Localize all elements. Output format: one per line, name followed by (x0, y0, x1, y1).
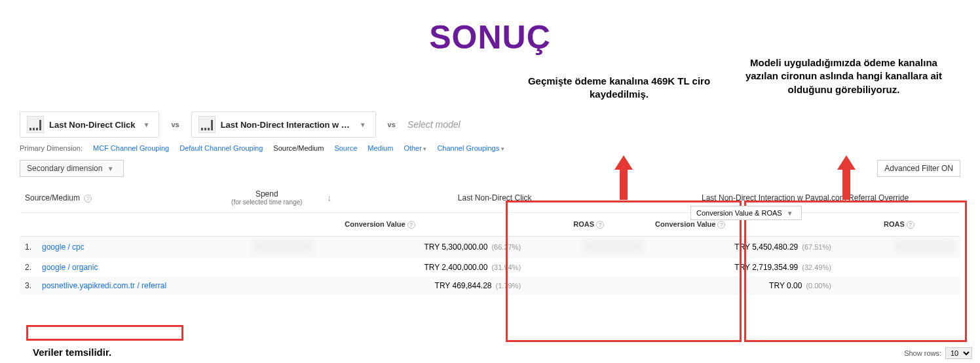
dim-source-medium[interactable]: Source/Medium (273, 144, 324, 152)
dim-default[interactable]: Default Channel Grouping (179, 144, 263, 152)
arrow-up-icon (614, 155, 633, 170)
vs-label: vs (168, 121, 181, 128)
arrow-up-icon (837, 155, 856, 170)
conversion-value-label: Conversion Value & ROAS (696, 209, 782, 217)
pct-2: (32.49%) (802, 263, 831, 271)
col-roas-1: ROAS (573, 220, 594, 228)
table-row: 3. posnetlive.yapikredi.com.tr / referra… (20, 277, 960, 295)
cv-2: TRY 2,719,354.99 (734, 263, 798, 272)
help-icon[interactable]: ? (907, 221, 914, 229)
dim-mcf[interactable]: MCF Channel Grouping (93, 144, 169, 152)
redacted-cell (584, 240, 643, 252)
cv-1: TRY 2,400,000.00 (424, 263, 487, 272)
show-rows-label: Show rows: (904, 349, 941, 357)
help-icon[interactable]: ? (84, 195, 92, 202)
row-index: 2. (20, 258, 37, 277)
col-cv-2: Conversion Value (655, 220, 715, 228)
col-group-2: Last Non-Direct Interaction w Paypal.com… (702, 193, 909, 202)
model-selector-row: Last Non-Direct Click ▼ vs Last Non-Dire… (0, 111, 980, 138)
help-icon[interactable]: ? (717, 221, 725, 229)
model-1-label: Last Non-Direct Click (49, 120, 135, 130)
pct-2: (67.51%) (802, 243, 831, 251)
dim-source[interactable]: Source (334, 144, 357, 152)
row-index: 3. (20, 277, 37, 295)
model-2-label: Last Non-Direct Interaction w P... (221, 120, 352, 130)
dim-other[interactable]: Other (404, 144, 426, 152)
help-icon[interactable]: ? (596, 221, 604, 229)
col-spend: Spend (255, 189, 278, 199)
pct-1: (31.94%) (491, 263, 521, 271)
source-link[interactable]: posnetlive.yapikredi.com.tr / referral (42, 281, 166, 290)
source-link[interactable]: google / cpc (42, 242, 85, 252)
cv-2: TRY 5,450,480.29 (734, 242, 798, 252)
col-roas-2: ROAS (884, 220, 905, 228)
dim-channel-groupings[interactable]: Channel Groupings (437, 144, 504, 152)
show-rows-control: Show rows: 10 (904, 347, 972, 359)
chevron-down-icon: ▼ (140, 121, 152, 128)
annotation-1: Geçmişte ödeme kanalına 469K TL ciro kay… (518, 75, 721, 102)
annotation-layer: Geçmişte ödeme kanalına 469K TL ciro kay… (0, 56, 980, 115)
col-spend-sub: (for selected time range) (219, 199, 314, 206)
bar-chart-icon (27, 116, 44, 133)
secondary-dimension-label: Secondary dimension (27, 164, 102, 173)
table-row: 2. google / organic TRY 2,400,000.00(31.… (20, 258, 960, 277)
annotation-2: Modeli uyguladığımızda ödeme kanalına ya… (739, 56, 949, 96)
row-index: 1. (20, 236, 37, 258)
secondary-dimension-button[interactable]: Secondary dimension ▼ (20, 160, 124, 177)
page-title: SONUÇ (0, 0, 980, 56)
chevron-down-icon: ▼ (105, 165, 117, 172)
redacted-cell (254, 240, 312, 252)
cv-2: TRY 0.00 (769, 281, 802, 290)
cv-1: TRY 469,844.28 (435, 281, 492, 290)
sort-arrow-icon[interactable]: ↓ (324, 193, 334, 203)
pct-2: (0.00%) (806, 282, 831, 290)
cv-1: TRY 5,300,000.00 (424, 242, 487, 252)
table-row: 1. google / cpc TRY 5,300,000.00(66.27%)… (20, 236, 960, 258)
primary-dimension-label: Primary Dimension: (20, 144, 83, 152)
pct-1: (1.79%) (496, 282, 521, 290)
bar-chart-icon (198, 116, 216, 133)
dim-medium[interactable]: Medium (368, 144, 393, 152)
model-3-selector[interactable]: Select model (407, 119, 461, 130)
conversion-value-dropdown[interactable]: Conversion Value & ROAS ▼ (690, 206, 802, 220)
model-2-selector[interactable]: Last Non-Direct Interaction w P... ▼ (191, 111, 376, 138)
col-group-1: Last Non-Direct Click (458, 193, 532, 202)
redacted-cell (895, 240, 954, 252)
help-icon[interactable]: ? (407, 221, 415, 229)
advanced-filter-button[interactable]: Advanced Filter ON (877, 160, 960, 177)
footer-note: Veriler temsilidir. (33, 347, 111, 358)
chevron-down-icon: ▼ (784, 210, 796, 217)
highlight-box (26, 325, 183, 341)
pct-1: (66.27%) (491, 243, 521, 251)
vs-label: vs (385, 121, 398, 128)
source-link[interactable]: google / organic (42, 263, 98, 272)
col-cv-1: Conversion Value (345, 220, 405, 228)
show-rows-select[interactable]: 10 (945, 347, 972, 359)
col-source-medium: Source/Medium (25, 193, 80, 202)
secondary-row: Secondary dimension ▼ Advanced Filter ON (0, 157, 980, 183)
data-table: Source/Medium ? Spend (for selected time… (0, 183, 980, 295)
primary-dimension-row: Primary Dimension: MCF Channel Grouping … (0, 138, 980, 157)
model-1-selector[interactable]: Last Non-Direct Click ▼ (20, 111, 159, 138)
chevron-down-icon: ▼ (357, 121, 369, 128)
